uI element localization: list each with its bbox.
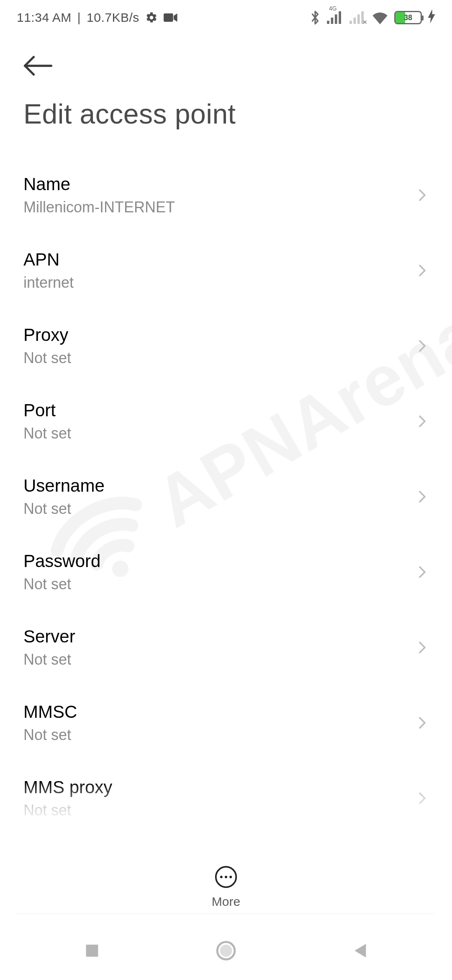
more-button[interactable] <box>214 865 238 889</box>
settings-icon <box>145 11 158 24</box>
row-label: Name <box>23 174 416 194</box>
row-label: Proxy <box>23 325 416 345</box>
nav-recents-button[interactable] <box>79 937 105 964</box>
chevron-right-icon <box>416 717 429 729</box>
row-label: MMS proxy <box>23 777 416 797</box>
bottom-action-bar: More <box>0 865 452 909</box>
row-value: internet <box>23 274 416 291</box>
more-label: More <box>212 895 240 909</box>
row-value: Not set <box>23 349 416 367</box>
status-net-speed: 10.7KB/s <box>87 10 139 25</box>
app-bar <box>0 35 452 98</box>
chevron-right-icon <box>416 340 429 352</box>
nav-back-button[interactable] <box>347 937 373 964</box>
svg-rect-3 <box>331 18 334 24</box>
row-value: Millenicom-INTERNET <box>23 199 416 216</box>
settings-list[interactable]: Name Millenicom-INTERNET APN internet Pr… <box>0 149 452 823</box>
row-username[interactable]: Username Not set <box>0 459 452 534</box>
signal-sim2: ✕ <box>349 11 366 24</box>
svg-point-13 <box>225 876 227 878</box>
chevron-right-icon <box>416 415 429 428</box>
row-label: MMSC <box>23 702 416 722</box>
row-value: Not set <box>23 726 416 744</box>
back-button[interactable] <box>23 55 53 78</box>
chevron-right-icon <box>416 792 429 805</box>
page-title: Edit access point <box>0 98 452 149</box>
row-label: Port <box>23 400 416 420</box>
bottom-divider <box>17 913 435 914</box>
svg-rect-4 <box>335 15 337 24</box>
row-value: Not set <box>23 500 416 518</box>
row-value: Not set <box>23 425 416 442</box>
wifi-icon <box>372 11 388 24</box>
triangle-left-icon <box>352 942 367 959</box>
chevron-right-icon <box>416 264 429 277</box>
row-label: Server <box>23 627 416 647</box>
row-name[interactable]: Name Millenicom-INTERNET <box>0 157 452 233</box>
row-proxy[interactable]: Proxy Not set <box>0 308 452 384</box>
bluetooth-icon <box>310 10 321 25</box>
circle-icon <box>216 941 236 961</box>
row-label: Password <box>23 551 416 571</box>
svg-rect-7 <box>354 18 356 24</box>
row-port[interactable]: Port Not set <box>0 384 452 459</box>
square-icon <box>85 943 100 958</box>
no-signal-x-icon: ✕ <box>362 19 367 26</box>
battery-percent: 38 <box>396 12 421 23</box>
svg-rect-5 <box>339 11 341 24</box>
svg-rect-2 <box>327 21 329 24</box>
row-value: Not set <box>23 651 416 668</box>
status-separator: | <box>77 10 81 25</box>
row-value: Not set <box>23 802 416 819</box>
signal-type-label: 4G <box>329 5 337 12</box>
row-server[interactable]: Server Not set <box>0 610 452 685</box>
row-label: Username <box>23 476 416 496</box>
svg-point-12 <box>220 876 223 878</box>
signal-sim1: 4G <box>326 11 343 24</box>
chevron-right-icon <box>416 189 429 201</box>
chevron-right-icon <box>416 641 429 654</box>
svg-rect-1 <box>164 13 173 22</box>
arrow-left-icon <box>23 55 53 77</box>
status-left: 11:34 AM | 10.7KB/s <box>17 10 178 25</box>
status-bar: 11:34 AM | 10.7KB/s 4G <box>0 0 452 35</box>
svg-point-17 <box>220 945 232 957</box>
camera-icon <box>164 13 178 23</box>
svg-point-14 <box>229 876 232 878</box>
svg-rect-15 <box>86 945 98 957</box>
row-value: Not set <box>23 575 416 593</box>
row-mmsc[interactable]: MMSC Not set <box>0 685 452 761</box>
row-label: APN <box>23 250 416 270</box>
system-nav-bar <box>0 921 452 980</box>
status-time: 11:34 AM <box>17 10 72 25</box>
more-circle-icon <box>214 865 238 889</box>
row-apn[interactable]: APN internet <box>0 233 452 308</box>
nav-home-button[interactable] <box>213 937 239 964</box>
status-right: 4G ✕ 38 <box>310 9 435 26</box>
row-mms-proxy[interactable]: MMS proxy Not set <box>0 761 452 823</box>
battery-indicator: 38 <box>394 11 422 24</box>
svg-rect-8 <box>357 15 360 24</box>
svg-rect-6 <box>349 21 352 24</box>
charging-icon <box>428 9 435 26</box>
row-password[interactable]: Password Not set <box>0 534 452 610</box>
chevron-right-icon <box>416 490 429 503</box>
chevron-right-icon <box>416 566 429 578</box>
